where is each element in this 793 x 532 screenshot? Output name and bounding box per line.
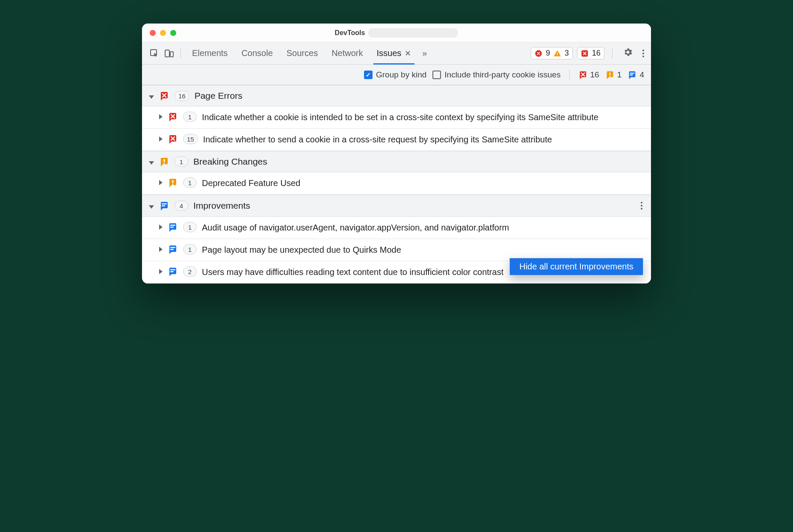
issue-text: Indicate whether a cookie is intended to… — [202, 112, 644, 123]
error-count: 9 — [546, 49, 550, 58]
window-subtitle-pill — [368, 28, 458, 38]
group-header-page-errors[interactable]: 16Page Errors — [142, 85, 651, 106]
tabstrip: Elements Console Sources Network Issues … — [142, 42, 651, 65]
separator — [569, 69, 570, 80]
tab-sources[interactable]: Sources — [281, 42, 324, 64]
info-bubble-icon — [168, 222, 178, 232]
warning-count: 3 — [565, 49, 569, 58]
close-tab-icon[interactable]: ✕ — [405, 49, 411, 58]
issue-count: 15 — [183, 134, 198, 144]
error-bubble-icon — [168, 112, 178, 122]
window-minimize-button[interactable] — [160, 30, 166, 36]
warning-bubble-icon — [159, 157, 169, 167]
issue-text: Page layout may be unexpected due to Qui… — [202, 244, 644, 256]
group-header-improvements[interactable]: 4Improvements — [142, 195, 651, 217]
filterbar: ✓ Group by kind Include third-party cook… — [142, 65, 651, 85]
window-controls — [150, 30, 176, 36]
blocked-square-icon — [581, 50, 589, 57]
checkbox-checked-icon: ✓ — [364, 71, 373, 79]
context-menu: Hide all current Improvements — [509, 258, 643, 275]
disclosure-icon — [159, 114, 163, 119]
group-label: Breaking Changes — [193, 157, 267, 167]
devtools-window: DevTools Elements Console Sources Networ… — [142, 24, 651, 284]
warning-triangle-icon — [553, 50, 561, 57]
info-bubble-icon — [168, 266, 178, 277]
error-bubble-icon — [159, 91, 169, 101]
info-bubble-icon — [627, 70, 637, 80]
console-error-warning-chip[interactable]: 9 3 — [531, 47, 573, 59]
separator — [612, 48, 613, 59]
issue-count: 1 — [183, 222, 197, 232]
issue-count: 1 — [183, 112, 197, 122]
info-bubble-icon — [168, 244, 178, 254]
disclosure-icon — [159, 180, 163, 185]
issue-row[interactable]: 1Audit usage of navigator.userAgent, nav… — [142, 217, 651, 239]
issue-count: 1 — [183, 244, 197, 254]
group-menu-icon[interactable] — [639, 200, 644, 211]
filter-warning-count[interactable]: 1 — [605, 70, 622, 80]
info-bubble-icon — [159, 201, 169, 211]
tab-issues[interactable]: Issues ✕ — [371, 42, 417, 64]
disclosure-icon — [159, 225, 163, 230]
group-count: 1 — [175, 157, 188, 167]
context-menu-hide-improvements[interactable]: Hide all current Improvements — [510, 258, 643, 275]
issue-row[interactable]: 15Indicate whether to send a cookie in a… — [142, 129, 651, 151]
tab-elements[interactable]: Elements — [186, 42, 234, 64]
group-header-breaking-changes[interactable]: 1Breaking Changes — [142, 151, 651, 172]
filter-error-count[interactable]: 16 — [578, 70, 599, 80]
issues-list: 16Page Errors1Indicate whether a cookie … — [142, 85, 651, 284]
disclosure-icon — [149, 161, 154, 165]
filter-info-count[interactable]: 4 — [627, 70, 644, 80]
disclosure-icon — [149, 205, 154, 209]
issue-count: 2 — [183, 266, 197, 277]
disclosure-icon — [159, 136, 163, 142]
window-close-button[interactable] — [150, 30, 156, 36]
checkbox-unchecked-icon — [432, 71, 441, 79]
issue-row[interactable]: 1Indicate whether a cookie is intended t… — [142, 106, 651, 129]
group-count: 4 — [175, 201, 188, 211]
tab-console[interactable]: Console — [235, 42, 278, 64]
issue-count: 1 — [183, 177, 197, 188]
error-bubble-icon — [168, 134, 178, 144]
disclosure-icon — [149, 95, 154, 99]
titlebar: DevTools — [142, 24, 651, 42]
separator — [180, 48, 181, 59]
include-third-party-checkbox[interactable]: Include third-party cookie issues — [432, 70, 560, 80]
group-label: Improvements — [193, 201, 250, 211]
error-octagon-icon — [535, 50, 542, 57]
inspect-icon[interactable] — [148, 47, 161, 60]
issues-chip[interactable]: 16 — [577, 47, 604, 59]
blocked-count: 16 — [592, 49, 601, 58]
issue-text: Deprecated Feature Used — [202, 177, 644, 189]
issue-text: Audit usage of navigator.userAgent, navi… — [202, 222, 644, 233]
group-by-kind-checkbox[interactable]: ✓ Group by kind — [364, 70, 426, 80]
window-zoom-button[interactable] — [170, 30, 176, 36]
group-label: Page Errors — [195, 91, 243, 101]
error-bubble-icon — [578, 70, 588, 80]
warning-bubble-icon — [605, 70, 615, 80]
disclosure-icon — [159, 269, 163, 274]
more-tabs-icon[interactable]: » — [419, 48, 430, 58]
settings-icon[interactable] — [620, 47, 636, 60]
issue-row[interactable]: 1Deprecated Feature Used — [142, 172, 651, 195]
more-menu-icon[interactable] — [640, 50, 647, 57]
warning-bubble-icon — [168, 177, 178, 188]
issue-text: Indicate whether to send a cookie in a c… — [203, 134, 644, 145]
device-toolbar-icon[interactable] — [163, 47, 175, 60]
disclosure-icon — [159, 247, 163, 252]
tab-network[interactable]: Network — [325, 42, 369, 64]
window-title: DevTools — [335, 29, 365, 37]
group-count: 16 — [175, 91, 189, 101]
